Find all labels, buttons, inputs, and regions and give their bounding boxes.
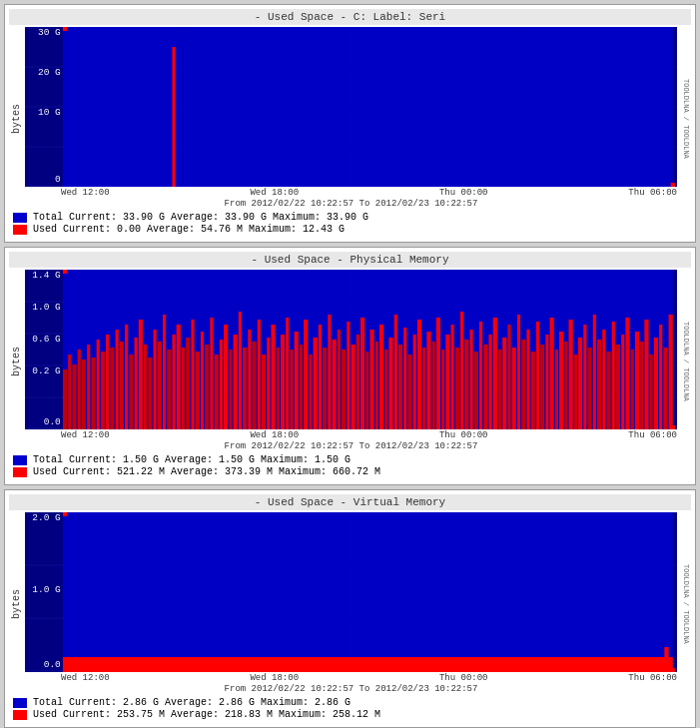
svg-rect-84	[338, 330, 341, 429]
svg-rect-36	[110, 348, 114, 429]
disk-used-current: 0.00	[117, 224, 141, 235]
svg-rect-145	[625, 318, 629, 429]
disk-used-maximum: 12.43 G	[303, 224, 345, 235]
svg-rect-53	[191, 320, 194, 429]
svg-rect-172	[63, 512, 67, 516]
physical-total-label: Total	[33, 454, 63, 465]
physical-y-label: bytes	[9, 270, 25, 452]
svg-rect-66	[252, 342, 256, 429]
disk-chart-title: - Used Space - C: Label: Seri	[9, 9, 691, 25]
svg-rect-99	[407, 355, 411, 429]
virtual-total-average-label: Average:	[165, 697, 213, 708]
physical-used-color	[13, 467, 27, 477]
svg-rect-51	[182, 348, 185, 429]
disk-used-label: Used	[33, 224, 57, 235]
svg-rect-82	[328, 315, 331, 429]
svg-rect-40	[129, 355, 133, 429]
svg-rect-28	[72, 364, 76, 429]
disk-y-label: bytes	[9, 27, 25, 210]
svg-rect-149	[644, 320, 648, 429]
svg-rect-63	[239, 312, 242, 429]
svg-rect-150	[650, 355, 653, 429]
virtual-total-color	[13, 698, 27, 708]
virtual-total-label: Total	[33, 697, 63, 708]
virtual-used-color	[13, 710, 27, 720]
svg-rect-109	[455, 348, 459, 429]
svg-rect-71	[277, 348, 280, 429]
svg-rect-114	[479, 322, 482, 429]
svg-rect-156	[671, 425, 675, 429]
svg-rect-102	[422, 348, 425, 429]
svg-rect-46	[158, 342, 162, 429]
svg-text:30 G: 30 G	[38, 27, 61, 38]
svg-rect-173	[671, 668, 675, 672]
svg-rect-85	[342, 350, 346, 429]
svg-rect-32	[91, 358, 95, 429]
physical-x-axis: Wed 12:00 Wed 18:00 Thu 00:00 Thu 06:00	[25, 429, 677, 440]
svg-rect-87	[351, 345, 355, 429]
physical-panel: - Used Space - Physical Memory bytes	[4, 247, 696, 485]
svg-text:20 G: 20 G	[38, 67, 61, 78]
svg-rect-57	[210, 318, 213, 429]
virtual-used-maximum-label: Maximum:	[279, 709, 327, 720]
svg-rect-169	[63, 512, 673, 672]
svg-rect-50	[177, 325, 181, 429]
svg-rect-155	[63, 270, 67, 274]
svg-rect-138	[593, 315, 596, 429]
virtual-total-current-label: Current:	[69, 697, 117, 708]
disk-used-current-label: Current:	[63, 224, 111, 235]
virtual-used-current: 253.75 M	[117, 709, 165, 720]
physical-used-current: 521.22 M	[117, 466, 165, 477]
svg-rect-96	[394, 315, 397, 429]
svg-rect-151	[654, 338, 658, 429]
virtual-used-average: 218.83 M	[225, 709, 273, 720]
svg-rect-142	[612, 322, 615, 429]
svg-rect-54	[196, 352, 200, 429]
svg-rect-129	[550, 318, 554, 429]
physical-x-tick-0: Wed 12:00	[61, 430, 110, 440]
svg-rect-75	[295, 332, 299, 429]
virtual-used-maximum: 258.12 M	[333, 709, 380, 720]
svg-rect-93	[379, 325, 383, 429]
physical-used-current-label: Current:	[63, 466, 111, 477]
svg-rect-106	[441, 350, 444, 429]
disk-total-maximum: 33.90 G	[327, 212, 368, 223]
svg-rect-41	[135, 338, 138, 429]
virtual-x-axis: Wed 12:00 Wed 18:00 Thu 00:00 Thu 06:00	[25, 672, 677, 683]
svg-rect-107	[445, 335, 449, 429]
svg-rect-128	[545, 335, 548, 429]
svg-rect-126	[536, 322, 539, 429]
disk-side-label: TOOLDLNA / TOOLDLNA	[677, 27, 691, 210]
virtual-used-current-label: Current:	[63, 709, 111, 720]
virtual-date-range: From 2012/02/22 10:22:57 To 2012/02/23 1…	[25, 684, 677, 694]
disk-x-tick-0: Wed 12:00	[61, 188, 110, 198]
physical-chart-area: bytes	[9, 270, 691, 452]
virtual-used-label: Used	[33, 709, 57, 720]
svg-rect-81	[323, 348, 327, 429]
svg-rect-130	[555, 350, 558, 429]
svg-rect-137	[587, 348, 591, 429]
svg-rect-123	[521, 340, 525, 429]
disk-date-range: From 2012/02/22 10:22:57 To 2012/02/23 1…	[25, 199, 677, 209]
svg-rect-92	[375, 342, 378, 429]
svg-rect-127	[540, 345, 544, 429]
svg-rect-73	[286, 318, 289, 429]
svg-rect-86	[347, 322, 350, 429]
svg-rect-147	[635, 332, 639, 429]
virtual-total-maximum-label: Maximum:	[261, 697, 309, 708]
svg-rect-70	[271, 325, 275, 429]
svg-text:10 G: 10 G	[38, 107, 61, 118]
physical-chart-title: - Used Space - Physical Memory	[9, 252, 691, 268]
virtual-x-tick-1: Wed 18:00	[250, 673, 299, 683]
svg-rect-112	[470, 330, 473, 429]
svg-rect-29	[78, 350, 81, 429]
svg-rect-48	[167, 350, 171, 429]
svg-rect-103	[426, 332, 430, 429]
svg-rect-74	[290, 350, 293, 429]
physical-used-average: 373.39 M	[225, 466, 273, 477]
svg-text:1.0 G: 1.0 G	[32, 584, 60, 595]
physical-total-maximum-label: Maximum:	[261, 454, 309, 465]
disk-panel: - Used Space - C: Label: Seri bytes	[4, 4, 696, 243]
physical-legend-used: Used Current: 521.22 M Average: 373.39 M…	[13, 466, 687, 477]
svg-rect-64	[243, 348, 247, 429]
